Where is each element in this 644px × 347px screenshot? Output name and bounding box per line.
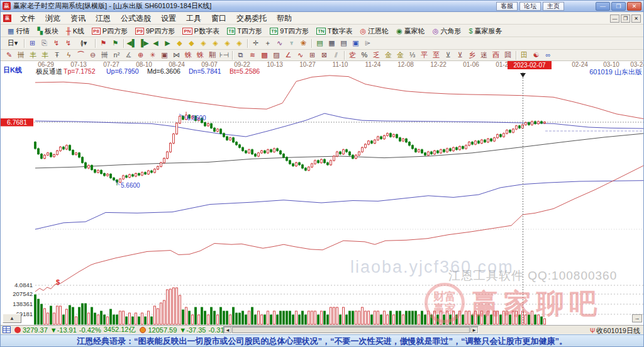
draw-angle-line[interactable]: ✎ — [3, 50, 15, 60]
draw-v-tool-2[interactable]: ⊻ — [454, 50, 466, 60]
tool-flag-mark-2[interactable]: ⚑ — [109, 38, 121, 48]
tool-trend-small[interactable]: ↯ — [50, 38, 62, 48]
tool-notes[interactable]: ▤ — [338, 38, 350, 48]
tool-prev-bar[interactable]: ◀ — [150, 38, 162, 48]
draw-thirds[interactable]: ⅓ — [406, 50, 418, 60]
draw-target-line[interactable]: 至 — [430, 50, 442, 60]
chart-area[interactable]: 06-2907-1307-2708-1008-2409-0709-2210-13… — [1, 61, 644, 325]
tool-measure[interactable]: ∿ — [274, 38, 286, 48]
tool-net-tool[interactable]: ♆ — [286, 38, 297, 48]
tool-calendar[interactable]: ▤ — [314, 38, 326, 48]
tool-period-selector[interactable]: 日▾ — [3, 38, 22, 48]
draw-ray-fan[interactable]: ≋ — [247, 50, 258, 60]
menu-item-文件[interactable]: 文件 — [15, 13, 40, 25]
draw-grid-box[interactable]: 翢 — [206, 50, 218, 60]
menu-item-帮助[interactable]: 帮助 — [272, 13, 297, 25]
chart-scroll-right-button[interactable]: → — [632, 314, 642, 322]
draw-time-box[interactable]: 酉 — [490, 50, 502, 60]
draw-wave-tool[interactable]: ⋈ — [170, 50, 182, 60]
menu-item-资讯[interactable]: 资讯 — [65, 13, 91, 25]
draw-parallel-lines[interactable]: ⫽ — [330, 50, 342, 60]
draw-hatch-box[interactable]: ▨ — [270, 50, 282, 60]
toolbar-button-p-table[interactable]: PNP数字表 — [179, 26, 222, 36]
draw-angle-tool[interactable]: ∡ — [123, 50, 135, 60]
grid-quote-icon[interactable] — [3, 326, 11, 333]
tool-diamond-in[interactable]: ◈ — [221, 38, 233, 48]
panel-expander-button[interactable]: ▲ — [3, 314, 21, 323]
toolbar-button-winner-service[interactable]: $赢家服务 — [465, 26, 505, 36]
draw-trend-angle[interactable]: ∠ — [282, 50, 294, 60]
draw-f-grid[interactable]: Ŧ — [51, 50, 63, 60]
chart-canvas[interactable]: 06-2907-1307-2708-1008-2409-0709-2210-13… — [1, 61, 644, 325]
toolbar-button-t-table[interactable]: TNT数字表 — [313, 26, 355, 36]
tool-hand-tool[interactable]: ✛ — [250, 38, 262, 48]
draw-price-grid[interactable]: 丰 — [27, 50, 39, 60]
horizontal-scrollbar[interactable]: ◄ ► — [223, 326, 479, 334]
draw-zigzag-1[interactable]: 乡 — [466, 50, 478, 60]
titlebar-link-support[interactable]: 客服 — [496, 2, 518, 11]
draw-arc-tool[interactable]: ⏜ — [75, 50, 87, 60]
draw-gann-fan[interactable]: ✳ — [147, 50, 158, 60]
draw-rect-tool[interactable]: ⧉ — [235, 50, 247, 60]
draw-span-tool[interactable]: ⊦⊣ — [218, 50, 230, 60]
tool-flag-mark[interactable]: ⚑ — [97, 38, 109, 48]
tool-diamond-out[interactable]: ◈ — [233, 38, 245, 48]
titlebar-link-forum[interactable]: 论坛 — [519, 2, 541, 11]
tool-first-bar[interactable]: ◀▌ — [126, 38, 138, 48]
tool-save[interactable]: ▣ — [350, 38, 362, 48]
toolbar-button-9t-square[interactable]: T99T四方形 — [267, 26, 312, 36]
draw-dense-grid[interactable]: ⊞ — [306, 50, 318, 60]
draw-infinity[interactable]: ∞ — [542, 50, 554, 60]
draw-circle-tool[interactable]: ⊖ — [87, 50, 99, 60]
menu-item-浏览[interactable]: 浏览 — [40, 13, 65, 25]
toolbar-button-kline[interactable]: ╫K线 — [63, 26, 87, 36]
titlebar-link-home[interactable]: 主页 — [543, 2, 564, 11]
tool-diamond-right[interactable]: ◆ — [186, 38, 197, 48]
tool-export[interactable]: ⌲ — [362, 38, 374, 48]
tool-trend-big[interactable]: ↯ — [62, 38, 74, 48]
toolbar-button-t-square[interactable]: T8T四方形 — [224, 26, 265, 36]
draw-v-tool-1[interactable]: ⊻ — [442, 50, 454, 60]
tool-copy[interactable]: ⎘ — [38, 38, 50, 48]
draw-gann-a[interactable]: 赱 — [347, 50, 358, 60]
tool-diamond-up[interactable]: ◈ — [197, 38, 209, 48]
mdi-restore-button[interactable]: ❐ — [621, 14, 630, 23]
draw-ruler-grid[interactable]: 卌 — [99, 50, 111, 60]
tool-layout[interactable]: ⊞ — [26, 38, 38, 48]
draw-spider-2[interactable]: 蛛 — [194, 50, 206, 60]
toolbar-button-gann-wheel[interactable]: ◎江恩轮 — [357, 26, 392, 36]
tool-crosshair-tool[interactable]: ＋ — [262, 38, 274, 48]
tool-next-bar[interactable]: ▶ — [162, 38, 174, 48]
close-button[interactable]: ✕ — [627, 2, 641, 11]
sz-index-icon[interactable] — [140, 327, 146, 333]
scroll-left-arrow[interactable]: ◄ — [224, 327, 231, 333]
draw-spiral[interactable]: ϟ — [63, 50, 75, 60]
mdi-close-button[interactable]: ✕ — [631, 14, 641, 23]
draw-gann-b[interactable]: 乏 — [370, 50, 382, 60]
menu-item-公式选股[interactable]: 公式选股 — [116, 13, 156, 25]
draw-cycle-curve[interactable]: ∿ — [294, 50, 306, 60]
mdi-minimize-button[interactable]: — — [610, 14, 619, 23]
scroll-right-arrow[interactable]: ► — [470, 327, 478, 333]
draw-gold-ratio[interactable]: 金 — [382, 50, 394, 60]
toolbar-button-9p-square[interactable]: P99P四方形 — [132, 26, 178, 36]
draw-cross-box[interactable]: ⊠ — [318, 50, 330, 60]
scrollbar-thumb[interactable] — [232, 327, 470, 333]
tool-calculator[interactable]: ▦ — [326, 38, 338, 48]
draw-gold-section[interactable]: 金 — [394, 50, 406, 60]
menu-item-工具[interactable]: 工具 — [181, 13, 206, 25]
sh-index-icon[interactable] — [14, 327, 21, 333]
menu-item-江恩[interactable]: 江恩 — [91, 13, 116, 25]
draw-spider-1[interactable]: 蛛 — [182, 50, 194, 60]
draw-square-numbers[interactable]: n² — [111, 50, 123, 60]
draw-maze-tool[interactable]: 迷 — [478, 50, 490, 60]
menu-item-设置[interactable]: 设置 — [156, 13, 181, 25]
draw-nested-box[interactable]: 囬 — [502, 50, 514, 60]
toolbar-button-p-square[interactable]: P8P四方形 — [89, 26, 131, 36]
draw-taiji[interactable]: ☯ — [530, 50, 542, 60]
tool-diamond-down[interactable]: ◈ — [209, 38, 221, 48]
tool-candle-style[interactable]: ≬▾ — [74, 38, 93, 48]
toolbar-button-hexagon[interactable]: ◎六角形 — [430, 26, 465, 36]
toolbar-button-winner-wheel[interactable]: ◉赢家轮 — [393, 26, 428, 36]
toolbar-button-sectors[interactable]: ▚板块 — [34, 26, 61, 36]
